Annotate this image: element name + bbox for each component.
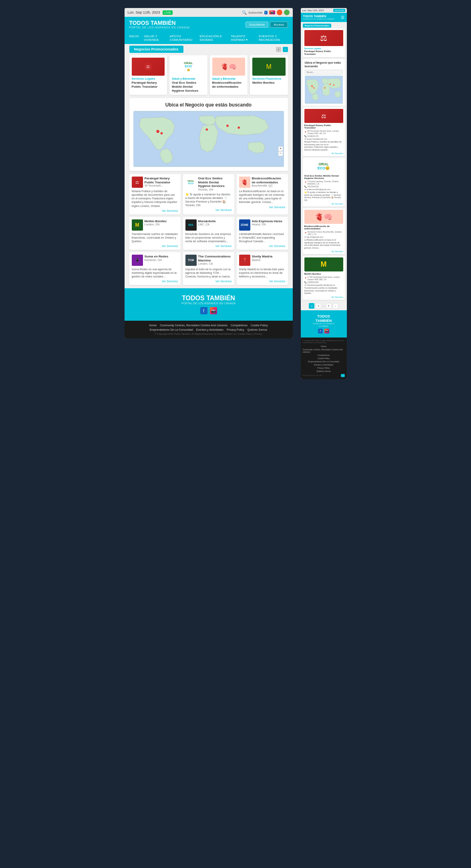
email-icon-meilim: ✉: [304, 284, 306, 286]
mobile-map-container[interactable]: [305, 76, 343, 104]
footer-link-community[interactable]: Community Centres, Recreation Centres An…: [160, 324, 227, 327]
mobile-promo-card-paralegal[interactable]: ⚖ Servicios Legales Paralegal Notary Pub…: [303, 28, 345, 57]
nav-apoyo[interactable]: APOYO COMUNITARIO: [170, 34, 195, 42]
biz-location-tcm: London, CA: [198, 262, 232, 265]
desktop-footer-links: Home Community Centres, Recreation Centr…: [125, 321, 293, 338]
svg-point-15: [313, 87, 314, 89]
mobile-promo-img-paralegal: ⚖: [304, 30, 343, 46]
mobile-footer-link-eventos[interactable]: Eventos y Actividades: [314, 364, 334, 366]
biz-location-shelly: Madrid: [252, 259, 286, 261]
footer-link-quienes[interactable]: Quiénes Somos: [248, 328, 268, 331]
nav-educacion[interactable]: EDUCACIÓN E IDIOMAS: [199, 34, 226, 42]
mobile-biz-email-meilim: ✉ mbenitassugarblinc@efgmail.ca: [304, 284, 343, 286]
page-btn-4[interactable]: 4: [326, 303, 332, 309]
footer-fb-icon[interactable]: f: [200, 307, 207, 314]
ig-icon[interactable]: 📷: [269, 10, 275, 14]
biz-info-paralegal: Paralegal Notary Public Translator 39 Te…: [145, 177, 178, 188]
promo-card-2[interactable]: 🫀🧠 Salud y Bienestar Biodescodificación …: [210, 55, 248, 95]
mobile-ver-servicios-paralegal[interactable]: Ver Servicios: [304, 152, 343, 155]
promo-card-3[interactable]: M Servicios Financieros Meilim Benitez: [250, 55, 288, 95]
biz-avatar-ada: ZONE: [239, 219, 250, 231]
biz-avatar-suma: 📱: [132, 255, 143, 266]
map-svg: + −: [133, 111, 284, 167]
nav-inicio[interactable]: INICIO: [129, 34, 139, 42]
page-btn-1[interactable]: 1: [309, 303, 314, 309]
subscribe-text[interactable]: Subscribe: [248, 11, 263, 14]
ver-servicios-tcm[interactable]: Ver Servicios: [185, 280, 232, 283]
svg-point-13: [329, 84, 331, 85]
mobile-promo-title: Negocios Promocionados: [303, 24, 332, 28]
mobile-ver-servicios-meilim[interactable]: Ver Servicios: [304, 296, 343, 298]
page-btn-2[interactable]: 2: [316, 303, 321, 309]
svg-text:−: −: [279, 151, 282, 156]
mobile-footer-fb-icon[interactable]: f: [318, 329, 323, 334]
footer-link-privacy[interactable]: Privacy Policy: [227, 328, 244, 331]
promo-prev-arrow[interactable]: ‹: [276, 47, 281, 52]
mobile-footer-ig-icon[interactable]: 📷: [324, 329, 329, 334]
footer-copyright: © Copyright 2022 Todos Tambien. All Righ…: [129, 333, 288, 335]
ver-servicios-meilim[interactable]: Ver Servicios: [132, 245, 178, 247]
nav-salud[interactable]: SALUD Y VIVIENDA: [144, 34, 165, 42]
mobile-biz-card-meilim: M Meilim Benitez 📍 4 769 Southdale Road …: [303, 256, 345, 300]
ver-servicios-suma[interactable]: Ver Servicios: [132, 280, 178, 283]
search-icon[interactable]: 🔍: [242, 10, 247, 15]
biz-name-suma: Suma en Redes: [145, 255, 178, 259]
mobile-map-search[interactable]: [305, 70, 343, 74]
mobile-map-svg: [305, 76, 343, 104]
page-next-arrow[interactable]: ›: [333, 303, 338, 309]
bio-icon: 🫀🧠: [221, 63, 237, 70]
biz-desc-oraleco: 🌟 Te ayuda a mantener tus dientes a trav…: [185, 193, 232, 207]
mobile-ver-servicios-oraleco[interactable]: Ver Servicios: [304, 203, 343, 205]
ver-servicios-paralegal[interactable]: Ver Servicios: [132, 209, 178, 212]
hamburger-menu-icon[interactable]: ☰: [341, 15, 344, 20]
footer-link-home[interactable]: Home: [149, 324, 157, 327]
acceso-button[interactable]: Acceso: [270, 22, 288, 28]
mobile-footer-link-home[interactable]: Home: [321, 345, 326, 348]
ver-servicios-shelly[interactable]: Ver Servicios: [239, 280, 286, 283]
mobile-map-section: Ubica el Negocio que estás buscando: [303, 59, 345, 106]
mobile-footer-link-quienes[interactable]: Quiénes Somos: [316, 370, 331, 372]
footer-link-cookie[interactable]: Cookie Policy: [251, 324, 268, 327]
footer-link-emprendedores[interactable]: Emprendedores De La Comunidad: [150, 328, 193, 331]
mobile-footer-link-cookie[interactable]: Cookie Policy: [318, 357, 330, 360]
promo-next-arrow[interactable]: ›: [283, 47, 288, 52]
ver-servicios-oraleco[interactable]: Ver Servicios: [185, 209, 232, 211]
promo-card-0[interactable]: ⚖ Servicios Legales Paralegal Notary Pub…: [129, 55, 167, 95]
ver-servicios-bio[interactable]: Ver Servicios: [239, 206, 286, 209]
map-container[interactable]: + −: [133, 111, 284, 167]
biz-desc-bio: La Biodescodificación se basa en el sign…: [239, 189, 286, 204]
ver-servicios-mora[interactable]: Ver Servicios: [185, 245, 232, 247]
biz-location-bio: Boucherville, QC: [252, 184, 286, 187]
biz-avatar-oraleco: ORALECO: [185, 177, 197, 188]
nav-eventos[interactable]: EVENTOS Y RECREACIÓN: [259, 34, 288, 42]
ver-servicios-ada[interactable]: Ver Servicios: [239, 245, 286, 247]
svg-text:+: +: [279, 146, 282, 151]
promo-name-2: Biodescodificación de enfermedades: [212, 81, 246, 88]
nav-talento[interactable]: TALENTO HISPANO ▾: [231, 34, 254, 42]
mobile-footer-link-emprendedores[interactable]: Emprendedores De La Comunidad: [308, 360, 339, 363]
footer-social: f 📷: [131, 307, 286, 314]
mobile-ver-servicios-bio[interactable]: Ver Servicios: [304, 250, 343, 253]
biz-card-top-shelly: 📍 Shelly Madria Madrid: [239, 255, 286, 266]
mobile-footer-link-community[interactable]: Community Centres, Recreation Centres An…: [303, 348, 345, 353]
footer-link-compartenos[interactable]: Compártenos: [231, 324, 248, 327]
mobile-topbar: Lun. Sep 11th, 2022 13:14:05: [301, 8, 347, 13]
suscribirse-button[interactable]: Suscribirse: [246, 22, 269, 28]
mobile-footer-subtitle: PORTAL DE LOS HISPANOSEN CANADA: [304, 323, 344, 327]
mobile-footer-nav: Home Community Centres, Recreation Centr…: [303, 345, 345, 372]
mobile-footer-link-compartenos[interactable]: Compártenos: [318, 354, 330, 356]
biz-location-suma: Kitchener, ON: [145, 259, 178, 261]
mobile-biz-desc-bio: La Biodescodificación se basa en el sign…: [304, 239, 343, 249]
date-text: Lun. Sep 11th, 2023: [128, 10, 160, 14]
svg-point-5: [238, 127, 240, 129]
biz-card-top-paralegal: ⚖ Paralegal Notary Public Translator 39 …: [132, 177, 178, 188]
fb-icon[interactable]: f: [264, 11, 268, 14]
biz-avatar-paralegal: ⚖: [132, 177, 143, 188]
footer-ig-icon[interactable]: 📷: [210, 307, 217, 314]
paralegal-icon: ⚖: [146, 64, 150, 69]
biz-info-oraleco: Oral Eco Smiles Mobile Dental Hygiene Se…: [198, 177, 232, 191]
footer-link-eventos[interactable]: Eventos y Actividades: [196, 328, 223, 331]
promo-nav-arrows: ‹ ›: [276, 47, 288, 52]
promo-card-1[interactable]: ORALECO😊 Salud y Bienestar Oral Eco Smil…: [169, 55, 207, 95]
mobile-footer-link-privacy[interactable]: Privacy Policy: [317, 367, 330, 369]
